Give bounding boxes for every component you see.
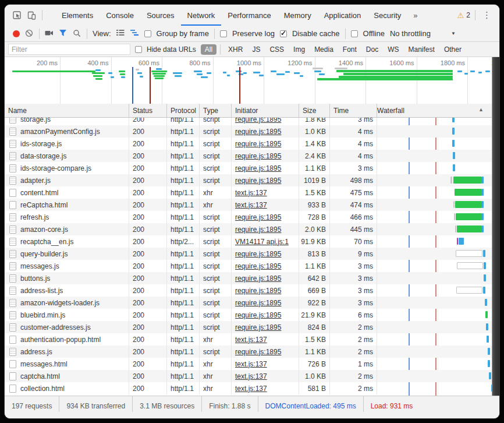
- scrollbar[interactable]: [492, 57, 499, 396]
- initiator-link[interactable]: require.js:1895: [235, 118, 281, 124]
- offline-checkbox[interactable]: [351, 30, 358, 37]
- request-row[interactable]: recaptcha__en.js200http/2...scriptVM1411…: [5, 235, 499, 248]
- initiator-link[interactable]: text.js:137: [235, 336, 267, 344]
- initiator-link[interactable]: text.js:137: [235, 201, 267, 209]
- tab-network[interactable]: Network: [181, 5, 222, 26]
- tab-console[interactable]: Console: [100, 5, 140, 26]
- request-row[interactable]: refresh.js200http/1.1scriptrequire.js:18…: [5, 211, 499, 223]
- initiator-link[interactable]: require.js:1895: [235, 152, 281, 160]
- filter-pill-css[interactable]: CSS: [265, 44, 288, 55]
- request-row[interactable]: captcha.html200http/1.1xhrtext.js:1371.0…: [5, 370, 499, 382]
- request-row[interactable]: amazon-core.js200http/1.1scriptrequire.j…: [5, 223, 499, 235]
- filter-pill-manifest[interactable]: Manifest: [404, 44, 439, 55]
- request-row[interactable]: ids-storage-compare.js200http/1.1scriptr…: [5, 162, 499, 174]
- tab-memory[interactable]: Memory: [278, 5, 318, 26]
- initiator-link[interactable]: require.js:1895: [235, 225, 281, 234]
- capture-screenshots-icon[interactable]: [45, 29, 54, 38]
- tab-elements[interactable]: Elements: [55, 5, 100, 26]
- initiator-link[interactable]: require.js:1895: [235, 164, 281, 172]
- request-row[interactable]: messages.html200http/1.1xhrtext.js:13772…: [5, 358, 499, 370]
- initiator-link[interactable]: VM14117 api.js:1: [235, 238, 289, 246]
- clear-icon[interactable]: [25, 29, 34, 38]
- initiator-link[interactable]: text.js:137: [235, 360, 267, 368]
- preserve-log-label[interactable]: Preserve log: [232, 29, 275, 38]
- group-by-frame-checkbox[interactable]: [144, 30, 151, 37]
- search-icon[interactable]: [73, 29, 81, 38]
- request-row[interactable]: buttons.js200http/1.1scriptrequire.js:18…: [5, 272, 499, 284]
- request-row[interactable]: amazonPaymentConfig.js200http/1.1scriptr…: [5, 125, 499, 138]
- request-row[interactable]: reCaptcha.html200http/1.1xhrtext.js:1379…: [5, 199, 499, 211]
- more-tabs-chevron[interactable]: »: [407, 11, 423, 20]
- initiator-link[interactable]: text.js:137: [235, 189, 267, 197]
- network-overview-timeline[interactable]: 200 ms400 ms600 ms800 ms1000 ms1200 ms14…: [5, 57, 499, 104]
- initiator-link[interactable]: require.js:1895: [235, 348, 281, 356]
- request-row[interactable]: customer-addresses.js200http/1.1scriptre…: [5, 321, 499, 333]
- filter-pill-xhr[interactable]: XHR: [224, 44, 247, 55]
- filter-pill-media[interactable]: Media: [310, 44, 338, 55]
- filter-pill-font[interactable]: Font: [339, 44, 361, 55]
- column-header-type[interactable]: Type: [200, 104, 232, 117]
- throttling-select[interactable]: No throttling: [390, 29, 431, 38]
- filter-pill-all[interactable]: All: [201, 44, 216, 55]
- column-header-size[interactable]: Size: [299, 104, 330, 117]
- show-overview-icon[interactable]: [130, 29, 139, 38]
- chevron-down-icon[interactable]: ▼: [451, 31, 456, 36]
- column-header-initiator[interactable]: Initiator: [232, 104, 299, 117]
- tab-performance[interactable]: Performance: [221, 5, 277, 26]
- initiator-link[interactable]: require.js:1895: [235, 177, 281, 185]
- request-row[interactable]: amazon-widgets-loader.js200http/1.1scrip…: [5, 297, 499, 309]
- group-by-frame-label[interactable]: Group by frame: [157, 29, 209, 38]
- request-row[interactable]: address.js200http/1.1scriptrequire.js:18…: [5, 346, 499, 358]
- filter-icon[interactable]: [59, 29, 68, 38]
- tab-sources[interactable]: Sources: [140, 5, 181, 26]
- initiator-link[interactable]: require.js:1895: [235, 311, 281, 319]
- column-header-name[interactable]: Name: [5, 104, 129, 117]
- column-header-protocol[interactable]: Protocol: [167, 104, 200, 117]
- record-button[interactable]: [13, 30, 20, 37]
- disable-cache-checkbox[interactable]: [280, 30, 287, 37]
- request-row[interactable]: adapter.js200http/1.1scriptrequire.js:18…: [5, 174, 499, 186]
- warning-badge[interactable]: ⚠ 2: [457, 11, 470, 20]
- initiator-link[interactable]: require.js:1895: [235, 262, 281, 270]
- request-row[interactable]: address-list.js200http/1.1scriptrequire.…: [5, 284, 499, 297]
- column-header-time[interactable]: Time: [330, 104, 377, 117]
- request-row[interactable]: query-builder.js200http/1.1scriptrequire…: [5, 248, 499, 260]
- initiator-link[interactable]: text.js:137: [235, 385, 267, 393]
- offline-label[interactable]: Offline: [363, 29, 385, 38]
- filter-input[interactable]: [8, 44, 130, 55]
- request-row[interactable]: storage.js200http/1.1scriptrequire.js:18…: [5, 118, 499, 125]
- request-row[interactable]: content.html200http/1.1xhrtext.js:1371.5…: [5, 186, 499, 199]
- tab-security[interactable]: Security: [367, 5, 407, 26]
- filter-pill-ws[interactable]: WS: [384, 44, 403, 55]
- initiator-link[interactable]: require.js:1895: [235, 287, 281, 295]
- initiator-link[interactable]: require.js:1895: [235, 128, 281, 136]
- request-row[interactable]: authentication-popup.html200http/1.1xhrt…: [5, 333, 499, 346]
- request-row[interactable]: ids-storage.js200http/1.1scriptrequire.j…: [5, 138, 499, 150]
- filter-pill-other[interactable]: Other: [440, 44, 466, 55]
- kebab-menu-icon[interactable]: ⋮: [480, 10, 494, 20]
- disable-cache-label[interactable]: Disable cache: [292, 29, 340, 38]
- inspect-element-icon[interactable]: [13, 11, 22, 20]
- hide-data-urls-checkbox[interactable]: [135, 46, 142, 53]
- request-row[interactable]: bluebird.min.js200http/1.1scriptrequire.…: [5, 309, 499, 321]
- filter-pill-doc[interactable]: Doc: [362, 44, 382, 55]
- initiator-link[interactable]: require.js:1895: [235, 250, 281, 258]
- initiator-link[interactable]: require.js:1895: [235, 323, 281, 332]
- column-header-status[interactable]: Status: [129, 104, 167, 117]
- initiator-link[interactable]: require.js:1895: [235, 299, 281, 307]
- filter-pill-img[interactable]: Img: [289, 44, 309, 55]
- hide-data-urls-label[interactable]: Hide data URLs: [147, 45, 196, 54]
- initiator-link[interactable]: require.js:1895: [235, 274, 281, 283]
- column-header-waterfall[interactable]: Waterfall▲: [377, 104, 492, 117]
- initiator-link[interactable]: require.js:1895: [235, 213, 281, 221]
- initiator-link[interactable]: require.js:1895: [235, 140, 281, 148]
- device-toolbar-icon[interactable]: [27, 11, 36, 20]
- filter-pill-js[interactable]: JS: [248, 44, 264, 55]
- request-row[interactable]: collection.html200http/1.1xhrtext.js:137…: [5, 382, 499, 394]
- initiator-link[interactable]: text.js:137: [235, 372, 267, 380]
- tab-application[interactable]: Application: [318, 5, 368, 26]
- preserve-log-checkbox[interactable]: [220, 30, 227, 37]
- request-rows-view-icon[interactable]: [116, 29, 125, 38]
- request-row[interactable]: data-storage.js200http/1.1scriptrequire.…: [5, 150, 499, 162]
- request-row[interactable]: messages.js200http/1.1scriptrequire.js:1…: [5, 260, 499, 272]
